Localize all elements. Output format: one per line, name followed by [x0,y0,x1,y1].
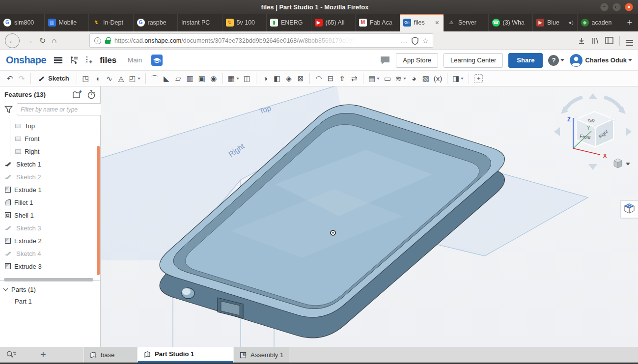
library-icon[interactable] [591,37,599,45]
split-icon[interactable]: ◧ [271,72,283,85]
user-menu[interactable]: Charles Oduk [570,54,632,67]
sidebars-icon[interactable] [605,37,613,44]
browser-tab[interactable]: ▶ Blue ◄) [532,14,577,31]
feature-tree-item[interactable]: Fillet 1 [0,196,100,209]
extrude-icon[interactable]: ◳ [80,72,92,85]
browser-tab[interactable]: ▥ Mobile [44,14,89,31]
sweep-icon[interactable]: ∿ [104,72,115,85]
plane-icon[interactable]: ▭ [382,72,393,85]
transform-icon[interactable]: ◈ [283,72,295,85]
3d-viewport[interactable]: Top Right [101,86,638,347]
feature-tree-item[interactable]: Sketch 3 [0,222,100,234]
features-scrollbar-horizontal[interactable] [4,278,93,281]
document-tab[interactable]: base [83,347,138,363]
hole-icon[interactable]: ◉ [208,72,220,85]
document-tab[interactable]: Assembly 1 [233,347,289,363]
browser-tab[interactable]: M Fab Aca [355,14,400,31]
feature-tree-item[interactable]: Extrude 3 [0,260,100,273]
thicken-icon[interactable]: ◰ [127,72,142,85]
loft-icon[interactable]: ◬ [115,72,127,85]
new-folder-icon[interactable] [72,90,82,99]
feature-tree-item[interactable]: Sketch 4 [0,247,100,260]
education-badge-icon[interactable] [151,55,163,66]
mirror-icon[interactable]: ◫ [241,72,253,85]
downloads-icon[interactable] [578,37,585,45]
bookmark-star-icon[interactable]: ☆ [422,37,429,45]
versions-icon[interactable] [69,56,79,65]
create-version-icon[interactable] [84,56,92,65]
feature-tree-item[interactable]: Extrude 2 [0,234,100,247]
view-cube[interactable]: Z X Top Front Right Y [554,93,632,170]
browser-tab[interactable]: ⚠ Server [444,14,488,31]
back-button[interactable]: ← [5,33,20,48]
document-menu-icon[interactable] [53,59,64,60]
browser-tab[interactable]: ◆ acaden [577,14,622,31]
home-button[interactable]: ⌂ [52,36,56,45]
browser-tab[interactable]: ↯ 5v 100 [222,14,267,31]
sketch-button[interactable]: Sketch [34,72,74,85]
browser-tab[interactable]: ▮ ENERG [266,14,311,31]
onshape-logo[interactable]: Onshape [6,55,46,66]
redo-icon[interactable]: ↷ [16,72,28,85]
features-scrollbar-vertical[interactable] [97,146,100,275]
close-button[interactable]: × [625,3,633,11]
shell-icon[interactable]: ▣ [196,72,208,85]
helix-icon[interactable]: ≋ [393,72,408,85]
feature-filter-input[interactable] [17,103,102,115]
surface-icon[interactable]: ▤ [366,72,382,85]
close-tab-icon[interactable]: × [434,19,440,27]
maximize-button[interactable] [612,3,621,11]
origin-point[interactable] [331,230,335,235]
feature-tree-item[interactable]: Extrude 1 [0,183,100,196]
shield-icon[interactable] [412,37,418,45]
page-actions-icon[interactable]: … [401,37,408,45]
feature-tree-item[interactable]: Top [0,119,100,132]
app-store-button[interactable]: App Store [396,53,438,68]
reload-button[interactable]: ↻ [39,36,46,45]
3d-canvas[interactable]: Top Right [101,86,638,347]
tab-manager-icon[interactable] [6,350,17,359]
move-face-icon[interactable]: ⇧ [336,72,348,85]
minimize-button[interactable]: − [600,3,609,11]
share-button[interactable]: Share [508,53,543,68]
part-hole[interactable] [182,288,194,299]
workspace-name[interactable]: Main [128,56,142,64]
browser-tab[interactable]: ☎ (3) Wha [488,14,533,31]
new-document-tab-button[interactable]: + [40,349,46,361]
browser-tab[interactable]: On files × [400,14,444,31]
feature-tree-item[interactable]: Sketch 2 [0,170,100,183]
document-tab[interactable]: Part Studio 1 [138,347,233,363]
document-title[interactable]: files [100,56,116,65]
fillet-icon[interactable]: ⌒ [149,72,161,85]
feature-tree-item[interactable]: Front [0,132,100,145]
feature-tree-item[interactable]: Right [0,145,100,158]
browser-tab[interactable]: ▶ (65) Ali [311,14,356,31]
draft-icon[interactable]: ▱ [172,72,184,85]
custom-feature-icon[interactable]: + [472,72,485,85]
derived-icon[interactable]: ◨ [450,72,466,85]
fill-surface-icon[interactable]: ◕ [408,72,420,85]
enclose-icon[interactable]: ▧ [420,72,432,85]
firefox-menu-icon[interactable] [626,36,633,45]
variable-icon[interactable]: (x) [432,72,444,85]
revolve-icon[interactable]: ◖ [92,72,104,85]
feature-tree-item[interactable]: Sketch 1 [0,158,100,170]
url-bar[interactable]: i https://cad.onshape.com/documents/3074… [89,33,433,48]
comments-icon[interactable] [380,56,390,65]
rib-icon[interactable]: ▥ [184,72,196,85]
view-options-menu[interactable] [614,159,630,168]
help-menu[interactable]: ? [548,55,564,66]
chamfer-icon[interactable]: ◣ [161,72,172,85]
tab-audio-icon[interactable]: ◄) [568,20,574,25]
part-list-item[interactable]: Part 1 [0,295,100,307]
boolean-icon[interactable]: ◑ [259,72,271,85]
undo-icon[interactable]: ↶ [4,72,16,85]
feature-tree-item[interactable]: Shell 1 [0,209,100,222]
browser-tab[interactable]: G raspbe [133,14,178,31]
page-info-icon[interactable]: i [94,37,101,44]
parts-section-header[interactable]: Parts (1) [0,283,100,295]
learning-center-button[interactable]: Learning Center [444,53,503,68]
delete-part-icon[interactable]: ⊠ [295,72,306,85]
new-tab-button[interactable]: + [621,14,638,31]
rollback-stopwatch-icon[interactable] [87,90,96,99]
